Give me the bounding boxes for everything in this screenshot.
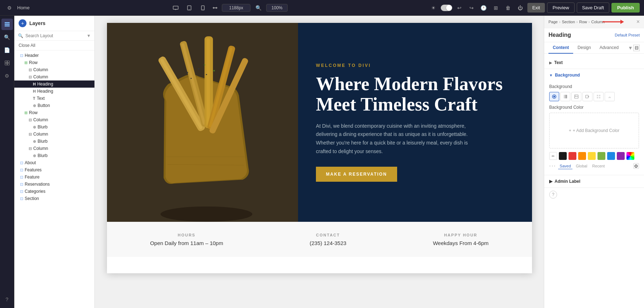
svg-point-37 <box>553 96 555 98</box>
tab-expand-button[interactable]: ⊟ <box>633 45 640 51</box>
layer-item-about[interactable]: ⊡ About <box>14 159 94 166</box>
layer-item-heading1[interactable]: H Heading <box>14 80 94 88</box>
layer-item-blurb1[interactable]: ⊕ Blurb <box>14 123 94 131</box>
layer-item-col5[interactable]: ⊟ Column <box>14 145 94 152</box>
background-section-header[interactable]: ▼ Background <box>544 69 644 81</box>
redo-icon[interactable]: ↪ <box>467 3 477 13</box>
preview-button[interactable]: Preview <box>547 3 574 13</box>
help-sidebar-icon[interactable]: ? <box>1 294 13 305</box>
layer-item-col2[interactable]: ⊟ Column <box>14 73 94 80</box>
settings-icon[interactable]: ⚙ <box>4 3 14 13</box>
help-button[interactable]: ? <box>549 191 557 199</box>
swatch-black[interactable] <box>559 152 567 160</box>
layer-item-col3[interactable]: ⊟ Column <box>14 116 94 123</box>
layers-sidebar-icon[interactable] <box>1 19 13 30</box>
layer-item-text[interactable]: T Text <box>14 95 94 102</box>
exit-button[interactable]: Exit <box>527 3 545 13</box>
publish-button[interactable]: Publish <box>611 3 640 13</box>
svg-rect-44 <box>599 95 600 96</box>
layer-item-section[interactable]: ⊡ Section <box>14 195 94 202</box>
layer-item-heading2[interactable]: H Heading <box>14 88 94 95</box>
info-happyhour: HAPPY HOUR Weekdays From 4-6pm <box>433 233 489 246</box>
right-panel: Page › Section › Row › Column × Heading … <box>544 16 644 308</box>
layer-item-row1[interactable]: ⊞ Row <box>14 59 94 66</box>
power-icon[interactable]: ⏻ <box>515 3 525 13</box>
layer-item-categories[interactable]: ⊡ Categories <box>14 188 94 195</box>
breadcrumb-row[interactable]: Row <box>579 20 587 24</box>
theme-builder-icon[interactable] <box>1 57 13 69</box>
save-draft-button[interactable]: Save Draft <box>577 3 609 13</box>
bg-tab-color[interactable] <box>549 92 559 101</box>
color-tab-saved[interactable]: Saved <box>558 163 572 169</box>
sun-icon[interactable]: ☀ <box>429 3 439 13</box>
pages-sidebar-icon[interactable]: 📄 <box>1 44 13 56</box>
background-type-tabs <box>549 92 639 101</box>
layer-item-button[interactable]: ⊕ Button <box>14 102 94 109</box>
bg-tab-image[interactable] <box>571 92 581 101</box>
layout-icon[interactable]: ⊞ <box>491 3 501 13</box>
svg-point-33 <box>160 206 252 222</box>
layer-item-features[interactable]: ⊡ Features <box>14 166 94 173</box>
layer-item-col4[interactable]: ⊟ Column <box>14 131 94 138</box>
history-icon[interactable]: 🕐 <box>479 3 489 13</box>
undo-icon[interactable]: ↩ <box>454 3 464 13</box>
width-input[interactable] <box>222 4 250 12</box>
add-bg-color-label: + Add Background Color <box>573 128 619 133</box>
filter-icon[interactable]: ▼ <box>87 33 91 38</box>
settings-sidebar-icon[interactable]: ⚙ <box>1 70 13 82</box>
breadcrumb-section[interactable]: Section <box>562 20 575 24</box>
layer-item-row2[interactable]: ⊞ Row <box>14 109 94 116</box>
background-section: ▼ Background Background <box>544 69 644 175</box>
layer-item-header[interactable]: ⊡ Header <box>14 52 94 59</box>
tablet-device-btn[interactable] <box>184 3 195 13</box>
layer-item-blurb3[interactable]: ⊕ Blurb <box>14 152 94 159</box>
mobile-device-btn[interactable] <box>197 3 208 13</box>
tab-content[interactable]: Content <box>548 42 573 54</box>
trash-icon[interactable]: 🗑 <box>503 3 513 13</box>
color-tab-global[interactable]: Global <box>575 163 589 169</box>
bg-tab-mask[interactable] <box>605 92 615 101</box>
reservation-button[interactable]: MAKE A RESERVATION <box>316 167 397 182</box>
layer-item-feature[interactable]: ⊡ Feature <box>14 173 94 181</box>
blurb3-icon: ⊕ <box>33 153 36 158</box>
red-arrow-indicator <box>602 18 624 26</box>
admin-label-header[interactable]: ▶ Admin Label <box>544 175 644 187</box>
layers-search-input[interactable] <box>25 33 84 38</box>
color-tab-recent[interactable]: Recent <box>591 163 606 169</box>
close-all-button[interactable]: Close All <box>14 41 94 50</box>
color-settings-icon[interactable]: ⚙ <box>633 163 639 169</box>
layer-item-col1[interactable]: ⊟ Column <box>14 66 94 73</box>
breadcrumb-page[interactable]: Page <box>548 20 558 24</box>
swatch-purple[interactable] <box>617 152 625 160</box>
layer-item-reservations[interactable]: ⊡ Reservations <box>14 181 94 188</box>
color-picker-icon[interactable]: ✏ <box>549 152 557 160</box>
swatch-orange[interactable] <box>578 152 586 160</box>
swatch-red[interactable] <box>569 152 576 160</box>
bg-tab-gradient[interactable] <box>560 92 570 101</box>
layer-item-blurb2[interactable]: ⊕ Blurb <box>14 138 94 145</box>
text-section-header[interactable]: ▶ Text <box>544 57 644 69</box>
search-icon[interactable]: 🔍 <box>253 3 263 13</box>
theme-toggle[interactable] <box>441 5 452 11</box>
tab-design[interactable]: Design <box>573 42 595 54</box>
zoom-input[interactable] <box>266 4 288 12</box>
bg-tab-video[interactable] <box>582 92 592 101</box>
search-sidebar-icon[interactable]: 🔍 <box>1 31 13 43</box>
desktop-device-btn[interactable] <box>170 3 181 13</box>
swatch-blue[interactable] <box>607 152 615 160</box>
swatch-extra[interactable] <box>626 152 634 160</box>
svg-marker-9 <box>216 7 218 9</box>
bg-tab-pattern[interactable] <box>594 92 604 101</box>
tab-more-icon[interactable]: ▾ <box>629 44 632 51</box>
layers-add-button[interactable]: + <box>19 19 26 27</box>
swatch-yellow[interactable] <box>588 152 596 160</box>
close-panel-button[interactable]: × <box>636 19 640 25</box>
add-background-color-button[interactable]: + + Add Background Color <box>549 113 639 148</box>
color-more-dots[interactable]: ··· <box>549 163 556 169</box>
tab-advanced[interactable]: Advanced <box>595 42 623 54</box>
panel-preset-dropdown[interactable]: Default Preset <box>615 33 640 37</box>
layers-panel: + Layers 🔍 ▼ Close All ⊡ Header ⊞ Row ⊟ … <box>14 16 95 308</box>
canvas-area[interactable]: WELCOME TO DIVI Where Modern Flavors Mee… <box>95 16 544 308</box>
svg-marker-35 <box>620 20 624 24</box>
swatch-green[interactable] <box>597 152 605 160</box>
